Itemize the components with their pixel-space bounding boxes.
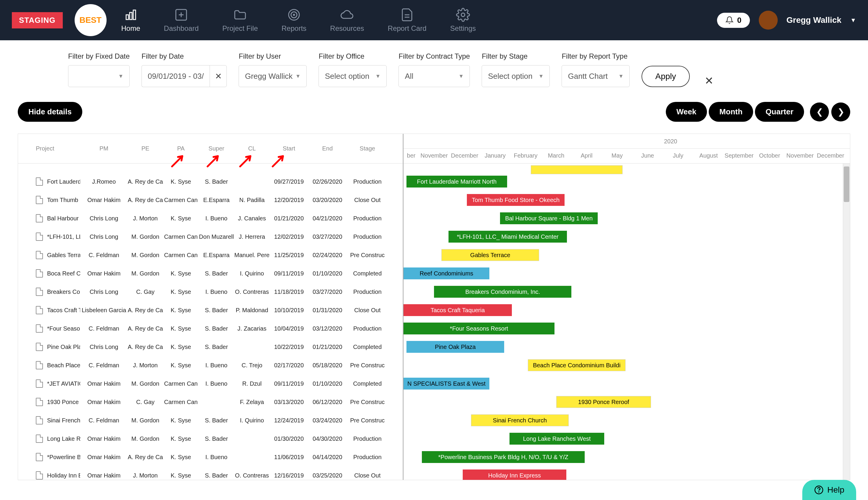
- table-row[interactable]: Bal Harbour Square Chris Long J. Morton …: [18, 209, 403, 227]
- table-row[interactable]: Gables Terrace C. Feldman M. Gordon Carm…: [18, 246, 403, 264]
- cell-start: 12/02/2019: [270, 234, 308, 240]
- nav-report-card[interactable]: Report Card: [388, 8, 427, 33]
- logo[interactable]: BEST: [74, 4, 107, 36]
- svg-point-7: [291, 12, 297, 18]
- user-name[interactable]: Gregg Wallick: [787, 15, 842, 25]
- nav-home[interactable]: Home: [121, 8, 140, 33]
- gantt-bar[interactable]: Gables Terrace: [441, 249, 539, 261]
- filter-contract-select[interactable]: All▼: [398, 65, 470, 87]
- table-row[interactable]: Fort Lauderdale Marr J.Romeo A. Rey de C…: [18, 172, 403, 191]
- gantt-bar[interactable]: Tom Thumb Food Store - Okeech: [467, 194, 565, 206]
- project-name: *Powerline Business: [47, 454, 80, 461]
- close-filters-icon[interactable]: ✕: [705, 75, 714, 87]
- avatar[interactable]: [759, 11, 778, 30]
- cell-start: 10/10/2019: [270, 307, 308, 314]
- cell-start: 10/22/2019: [270, 344, 308, 350]
- table-row[interactable]: Sinai French Church C. Feldman M. Gordon…: [18, 411, 403, 430]
- cell-stage: Production: [347, 288, 388, 295]
- filter-label-contract: Filter by Contract Type: [398, 52, 470, 60]
- gantt-bar[interactable]: *Four Seasons Resort: [404, 322, 555, 334]
- gantt-bar[interactable]: Fort Lauderdale Marriott North: [406, 175, 507, 188]
- filter-report-select[interactable]: Gantt Chart▼: [562, 65, 630, 87]
- table-row[interactable]: Tom Thumb Food St Omar Hakim A. Rey de C…: [18, 191, 403, 209]
- table-row[interactable]: Pine Oak Plaza Chris Long A. Rey de Ca K…: [18, 338, 403, 356]
- filter-user-select[interactable]: Gregg Wallick▼: [239, 65, 307, 87]
- chevron-down-icon[interactable]: ▼: [850, 17, 856, 24]
- gantt-bar[interactable]: 1930 Ponce Reroof: [556, 396, 651, 408]
- table-row[interactable]: *JET AVIATION SPE Omar Hakim M. Gordon C…: [18, 374, 403, 393]
- project-name: Pine Oak Plaza: [47, 344, 80, 350]
- table-row[interactable]: *Four Seasons Reso C. Feldman A. Rey de …: [18, 319, 403, 338]
- gantt-row: Holiday Inn Express: [404, 466, 850, 480]
- gantt-bar[interactable]: Pine Oak Plaza: [406, 341, 504, 353]
- gantt-bar[interactable]: Breakers Condominium, Inc.: [434, 286, 571, 298]
- nav-reports[interactable]: Reports: [281, 8, 306, 33]
- gantt-bar[interactable]: *LFH-101, LLC_ Miami Medical Center: [449, 231, 567, 242]
- nav-dashboard[interactable]: Dashboard: [164, 8, 199, 33]
- project-name: *Four Seasons Reso: [47, 325, 80, 332]
- help-widget[interactable]: Help: [802, 480, 856, 500]
- cell-cl: C. Trejo: [234, 362, 270, 369]
- view-month[interactable]: Month: [709, 102, 753, 122]
- view-quarter[interactable]: Quarter: [755, 102, 804, 122]
- gantt-bar[interactable]: *Powerline Business Park Bldg H, N/O, T/…: [422, 451, 585, 463]
- cell-cl: I. Quirino: [234, 417, 270, 424]
- cell-pe: M. Gordon: [128, 435, 163, 442]
- scrollbar-vertical[interactable]: [843, 163, 850, 480]
- cell-super: Don Muzarell: [199, 234, 234, 240]
- gantt-bar[interactable]: Sinai French Church: [471, 414, 569, 426]
- gantt-row: *Four Seasons Resort: [404, 319, 850, 338]
- cell-cl: N. Padilla: [234, 197, 270, 204]
- clear-date-button[interactable]: ✕: [210, 65, 227, 87]
- project-name: Breakers Condomin: [47, 288, 80, 295]
- next-button[interactable]: ❯: [831, 102, 850, 122]
- cell-pe: A. Rey de Ca: [128, 307, 163, 314]
- cell-pe: J. Morton: [128, 362, 163, 369]
- table-row[interactable]: *LFH-101, LLC_ Mia Chris Long M. Gordon …: [18, 227, 403, 246]
- month-cell: May: [602, 149, 632, 163]
- project-name: Tom Thumb Food St: [47, 197, 80, 204]
- cell-super: S. Bader: [199, 344, 234, 350]
- cell-pm: Chris Long: [80, 234, 128, 240]
- table-row[interactable]: Long Lake Ranches Omar Hakim M. Gordon K…: [18, 430, 403, 448]
- filter-office-select[interactable]: Select option▼: [319, 65, 386, 87]
- nav-label: Dashboard: [164, 24, 199, 33]
- hide-details-button[interactable]: Hide details: [18, 102, 82, 122]
- gantt-bar[interactable]: Bal Harbour Square - Bldg 1 Men: [500, 212, 598, 224]
- project-name: Beach Place Condom: [47, 362, 80, 369]
- nav-project-file[interactable]: Project File: [222, 8, 258, 33]
- table-row[interactable]: Beach Place Condom C. Feldman J. Morton …: [18, 356, 403, 374]
- cell-cl: O. Contreras: [234, 288, 270, 295]
- filter-stage-select[interactable]: Select option▼: [482, 65, 550, 87]
- month-cell: September: [724, 149, 754, 163]
- cell-pe: M. Gordon: [128, 270, 163, 277]
- gantt-bar[interactable]: Reef Condominiums: [404, 268, 489, 279]
- cell-cl: R. Dzul: [234, 380, 270, 387]
- document-icon: [36, 343, 43, 351]
- gantt-bar[interactable]: Beach Place Condominium Buildi: [528, 359, 626, 371]
- table-row[interactable]: Boca Reef Condomin Omar Hakim M. Gordon …: [18, 264, 403, 283]
- gantt-bar[interactable]: Tacos Craft Taqueria: [404, 304, 512, 316]
- prev-button[interactable]: ❮: [810, 102, 829, 122]
- project-name: Boca Reef Condomin: [47, 270, 80, 277]
- table-row[interactable]: Tacos Craft Taqueria Lisbeleen Garcia A.…: [18, 301, 403, 319]
- cell-start: 11/06/2019: [270, 454, 308, 461]
- table-row[interactable]: *Powerline Business Omar Hakim A. Rey de…: [18, 448, 403, 466]
- apply-button[interactable]: Apply: [641, 66, 690, 87]
- notifications-pill[interactable]: 0: [717, 13, 750, 28]
- gantt-bar[interactable]: Long Lake Ranches West: [509, 433, 604, 445]
- cell-super: S. Bader: [199, 435, 234, 442]
- filter-date-input[interactable]: 09/01/2019 - 03/: [141, 65, 210, 87]
- table-row[interactable]: Holiday Inn Express Omar Hakim J. Morton…: [18, 466, 403, 480]
- nav-resources[interactable]: Resources: [330, 8, 364, 33]
- filter-fixed-date-select[interactable]: ▼: [68, 65, 130, 87]
- cell-end: 02/24/2020: [308, 252, 347, 259]
- scroll-thumb[interactable]: [844, 167, 849, 202]
- gantt-bar[interactable]: N SPECIALISTS East & West: [404, 378, 489, 389]
- nav-settings[interactable]: Settings: [450, 8, 476, 33]
- view-week[interactable]: Week: [666, 102, 707, 122]
- table-row[interactable]: Breakers Condomin Chris Long C. Gay K. S…: [18, 283, 403, 301]
- table-row[interactable]: 1930 Ponce Reroof Omar Hakim C. Gay Carm…: [18, 393, 403, 411]
- gantt-bar[interactable]: Holiday Inn Express: [463, 469, 566, 480]
- gantt-rows: Fort Lauderdale Marriott NorthTom Thumb …: [404, 172, 850, 480]
